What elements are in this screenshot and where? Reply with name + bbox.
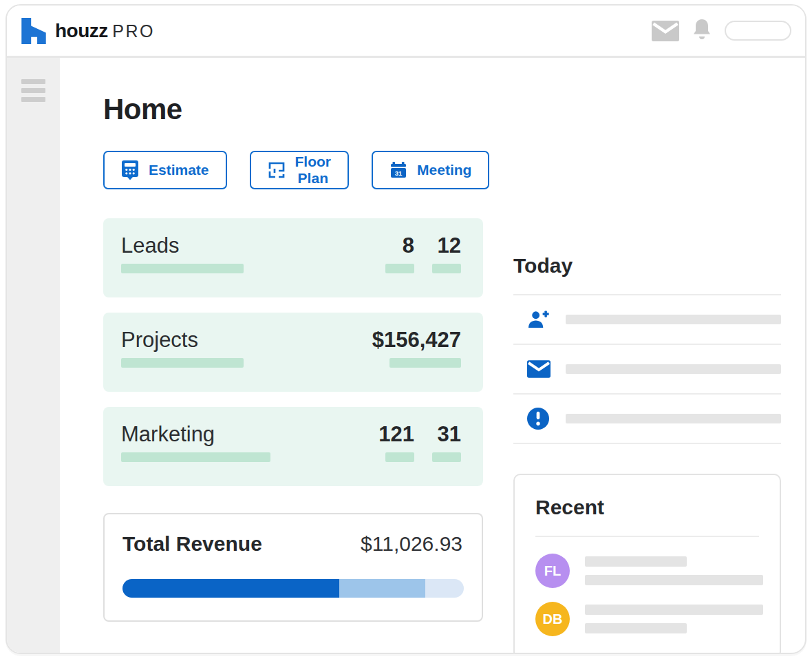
placeholder-bar <box>121 358 244 368</box>
placeholder-bar <box>585 605 763 615</box>
placeholder-bar <box>121 452 270 462</box>
leads-card[interactable]: Leads 8 12 <box>103 218 483 297</box>
today-item-alert[interactable] <box>513 393 781 443</box>
marketing-value-1: 121 <box>378 421 414 448</box>
placeholder-bar <box>566 315 781 324</box>
recent-item-db[interactable]: DB <box>535 602 759 636</box>
leads-value-2: 12 <box>438 233 461 259</box>
mail-icon <box>527 360 551 378</box>
total-revenue-label: Total Revenue <box>122 531 262 557</box>
floor-plan-icon <box>268 161 286 179</box>
calendar-day-text: 31 <box>395 169 403 177</box>
projects-card[interactable]: Projects $156,427 <box>103 313 483 392</box>
placeholder-bar <box>585 575 763 585</box>
person-add-icon <box>527 310 551 330</box>
placeholder-bar <box>121 264 244 273</box>
page-title: Home <box>103 92 483 127</box>
app-window: houzz PRO <box>6 4 806 654</box>
houzz-pro-logo[interactable]: houzz PRO <box>21 18 155 44</box>
floor-plan-button[interactable]: Floor Plan <box>250 151 350 189</box>
recent-title: Recent <box>535 494 759 521</box>
placeholder-bar <box>432 452 461 462</box>
quick-actions: Estimate Floor Plan <box>103 151 483 189</box>
houzz-house-icon <box>21 18 47 44</box>
estimate-button[interactable]: Estimate <box>103 151 227 189</box>
recent-card: Recent FL DB <box>513 474 781 654</box>
floor-plan-label: Floor Plan <box>295 154 332 187</box>
today-list <box>513 294 781 444</box>
account-pill[interactable] <box>725 21 791 41</box>
left-sidebar <box>7 58 60 653</box>
avatar: DB <box>535 602 570 636</box>
top-header: houzz PRO <box>7 6 805 58</box>
mail-button[interactable] <box>652 21 679 41</box>
estimate-label: Estimate <box>149 162 209 178</box>
revenue-progress-bar <box>122 579 464 598</box>
leads-value-1: 8 <box>403 233 414 259</box>
avatar: FL <box>535 554 570 588</box>
today-title: Today <box>513 253 781 279</box>
placeholder-bar <box>385 452 414 462</box>
placeholder-bar <box>389 358 461 368</box>
hamburger-menu-icon[interactable] <box>21 79 45 102</box>
placeholder-bar <box>585 556 687 567</box>
leads-label: Leads <box>121 233 179 259</box>
marketing-value-2: 31 <box>438 421 461 448</box>
brand-name: houzz <box>55 20 108 41</box>
divider <box>535 536 759 537</box>
calendar-icon: 31 <box>389 161 407 179</box>
brand-suffix: PRO <box>112 21 155 41</box>
placeholder-bar <box>432 264 461 273</box>
placeholder-bar <box>385 264 414 273</box>
stats-section: Leads 8 12 <box>103 218 483 486</box>
placeholder-bar <box>585 623 687 633</box>
projects-label: Projects <box>121 327 198 353</box>
meeting-label: Meeting <box>417 162 471 178</box>
alert-icon <box>527 408 551 430</box>
projects-value: $156,427 <box>372 327 461 353</box>
bell-icon <box>691 18 713 44</box>
meeting-button[interactable]: 31 Meeting <box>372 151 489 189</box>
progress-segment-3 <box>425 579 464 598</box>
mail-icon <box>652 21 679 41</box>
progress-segment-2 <box>339 579 425 598</box>
placeholder-bar <box>566 364 781 374</box>
total-revenue-card[interactable]: Total Revenue $11,026.93 <box>103 513 483 622</box>
recent-item-fl[interactable]: FL <box>535 554 759 588</box>
today-item-message[interactable] <box>513 344 781 393</box>
marketing-card[interactable]: Marketing 121 31 <box>103 407 483 486</box>
marketing-label: Marketing <box>121 421 215 448</box>
notifications-button[interactable] <box>691 18 713 44</box>
total-revenue-value: $11,026.93 <box>361 531 462 557</box>
recent-list: FL DB <box>535 554 759 636</box>
today-item-new-lead[interactable] <box>513 294 781 344</box>
progress-segment-1 <box>122 579 339 598</box>
calculator-icon <box>121 160 139 180</box>
placeholder-bar <box>566 414 781 423</box>
